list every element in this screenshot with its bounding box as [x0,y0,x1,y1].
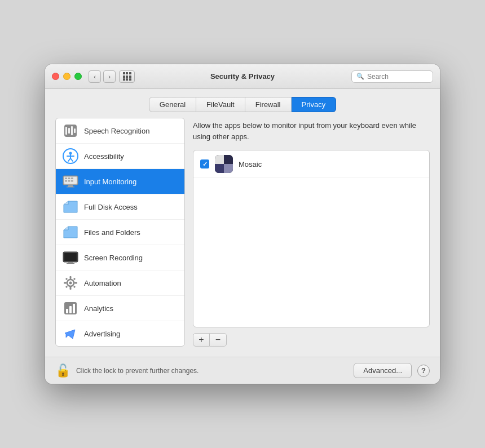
svg-rect-32 [73,278,76,280]
forward-icon: › [108,73,111,80]
svg-rect-38 [73,304,75,313]
panel-description: Allow the apps below to monitor input fr… [193,118,430,144]
sidebar-label-files-folders: Files and Folders [84,228,140,237]
sidebar-label-full-disk: Full Disk Access [84,203,138,211]
accessibility-icon [63,148,78,164]
search-icon: 🔍 [356,73,364,80]
sidebar-label-speech: Speech Recognition [84,127,149,135]
sidebar-label-input-monitoring: Input Monitoring [84,178,136,186]
sidebar-item-screen-recording[interactable]: Screen Recording [56,245,184,270]
remove-app-button[interactable]: − [210,333,227,347]
sidebar-item-advertising[interactable]: Advertising [56,321,184,346]
svg-rect-13 [65,178,67,179]
svg-rect-1 [65,127,67,135]
screen-recording-icon [63,250,78,265]
tab-filevault[interactable]: FileVault [196,97,245,112]
tabbar: General FileVault Firewall Privacy [45,89,440,118]
sidebar-item-full-disk-access[interactable]: Full Disk Access [56,194,184,220]
svg-rect-15 [71,178,73,179]
svg-rect-30 [74,282,77,284]
sidebar-label-advertising: Advertising [84,330,120,338]
svg-rect-17 [68,180,70,182]
grid-icon [123,72,131,81]
automation-icon [63,275,78,291]
tab-privacy[interactable]: Privacy [292,97,337,112]
svg-rect-16 [65,180,67,182]
svg-rect-29 [64,282,67,284]
full-disk-access-icon [63,199,78,215]
sidebar-item-input-monitoring[interactable]: Input Monitoring [56,169,184,194]
advanced-button[interactable]: Advanced... [354,363,412,378]
svg-rect-28 [70,287,72,290]
sidebar-item-analytics[interactable]: Analytics [56,296,184,321]
mosaic-app-icon [215,155,233,173]
svg-rect-20 [67,187,74,188]
svg-rect-36 [66,309,68,313]
sidebar-item-automation[interactable]: Automation [56,270,184,296]
add-app-button[interactable]: + [193,333,210,347]
minimize-button[interactable] [63,73,70,80]
list-actions: + − [193,333,430,347]
tab-firewall[interactable]: Firewall [245,97,292,112]
svg-rect-33 [65,286,68,288]
sidebar-item-accessibility[interactable]: Accessibility [56,144,184,169]
close-button[interactable] [52,73,59,80]
traffic-lights [52,73,82,80]
svg-rect-24 [67,263,74,264]
main-panel: Allow the apps below to monitor input fr… [193,118,430,347]
titlebar: ‹ › Security & Privacy 🔍 [45,64,440,89]
app-name-mosaic: Mosaic [239,160,262,168]
svg-marker-39 [65,330,75,339]
nav-buttons: ‹ › [89,70,116,83]
app-list-item[interactable]: ✓ Mosaic [193,150,429,178]
window-title: Security & Privacy [210,72,275,81]
app-checkbox-mosaic[interactable]: ✓ [200,159,209,168]
svg-rect-23 [68,263,73,264]
svg-line-10 [70,158,73,161]
tab-general[interactable]: General [149,97,196,112]
grid-button[interactable] [119,70,135,83]
svg-rect-3 [71,126,73,135]
sidebar-item-files-and-folders[interactable]: Files and Folders [56,220,184,245]
app-list: ✓ Mosaic [193,150,430,327]
analytics-icon [63,300,78,316]
bottombar: 🔓 Click the lock to prevent further chan… [45,357,440,384]
main-window: ‹ › Security & Privacy 🔍 General FileVau… [45,64,440,384]
svg-point-26 [69,282,72,285]
svg-rect-4 [74,128,76,133]
sidebar-label-analytics: Analytics [84,304,113,313]
help-button[interactable]: ? [417,365,430,377]
svg-rect-34 [73,286,76,288]
sidebar-label-accessibility: Accessibility [84,152,124,161]
svg-rect-18 [71,180,73,182]
svg-rect-37 [69,306,72,313]
svg-rect-22 [64,253,77,261]
svg-rect-2 [68,128,70,134]
svg-rect-27 [70,276,72,279]
sidebar: Speech Recognition Accessibility [55,118,185,347]
search-box[interactable]: 🔍 [351,70,433,83]
lock-text: Click the lock to prevent further change… [76,367,348,375]
back-button[interactable]: ‹ [89,70,101,83]
forward-button[interactable]: › [103,70,116,83]
input-monitoring-icon [63,174,78,189]
sidebar-item-speech-recognition[interactable]: Speech Recognition [56,118,184,144]
speech-recognition-icon [63,123,78,139]
svg-rect-19 [68,185,73,187]
lock-icon[interactable]: 🔓 [55,363,70,378]
sidebar-label-screen-recording: Screen Recording [84,254,143,262]
checkmark-icon: ✓ [202,161,208,168]
back-icon: ‹ [94,73,96,80]
svg-rect-14 [68,178,70,179]
sidebar-label-automation: Automation [84,279,121,287]
advertising-icon [63,326,78,341]
app-list-empty-space [193,178,429,251]
search-input[interactable] [367,73,428,81]
content-area: Speech Recognition Accessibility [45,118,440,357]
files-and-folders-icon [63,224,78,240]
svg-rect-31 [65,278,68,280]
maximize-button[interactable] [74,73,82,80]
